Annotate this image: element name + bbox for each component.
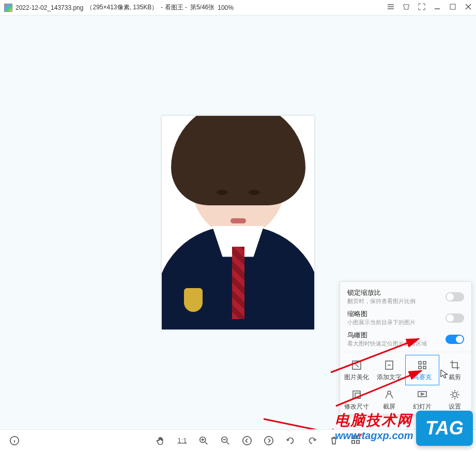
zoom-in-icon[interactable] bbox=[198, 435, 209, 446]
watermark-url: www.tagxp.com bbox=[335, 430, 413, 442]
tool-label: 图片美化 bbox=[344, 373, 369, 382]
tool-resize[interactable]: 修改尺寸 bbox=[340, 385, 373, 414]
maximize-icon[interactable] bbox=[449, 3, 456, 12]
tool-label: 添加文字 bbox=[377, 373, 402, 382]
tool-screenshot[interactable]: 截屏 bbox=[373, 385, 406, 414]
svg-rect-5 bbox=[419, 366, 421, 369]
tool-label: 设置 bbox=[449, 402, 461, 411]
zoom-out-icon[interactable] bbox=[220, 435, 231, 446]
switch-icon[interactable] bbox=[446, 335, 464, 344]
toggle-title: 鸟瞰图 bbox=[347, 330, 427, 340]
svg-rect-10 bbox=[418, 392, 426, 397]
toggle-birdview[interactable]: 鸟瞰图 看大图时快速定位图片查看区域 bbox=[340, 327, 471, 349]
toggle-subtitle: 看大图时快速定位图片查看区域 bbox=[347, 340, 427, 348]
app-icon bbox=[4, 4, 12, 12]
tool-mosaic[interactable]: 马赛克 bbox=[405, 355, 439, 385]
tools-grid: 图片美化 添加文字 马赛克 裁剪 修改尺寸 截屏 幻灯片 设置 bbox=[340, 355, 471, 414]
tool-slideshow[interactable]: 幻灯片 bbox=[406, 385, 439, 414]
toggle-title: 锁定缩放比 bbox=[347, 288, 416, 297]
tools-popup-panel: 锁定缩放比 翻页时，保持查看图片比例 缩略图 小图展示当前目录下的图片 鸟瞰图 … bbox=[340, 281, 472, 415]
prev-icon[interactable] bbox=[242, 435, 252, 446]
tshirt-icon[interactable] bbox=[403, 3, 410, 12]
title-position: 第5/46张 bbox=[190, 3, 214, 12]
title-bar: 2022-12-02_143733.png （295×413像素, 135KB）… bbox=[0, 0, 476, 16]
tool-label: 裁剪 bbox=[449, 373, 461, 382]
fullscreen-icon[interactable] bbox=[418, 3, 425, 12]
title-zoom: 100% bbox=[218, 4, 234, 11]
svg-point-11 bbox=[453, 393, 457, 397]
toggle-subtitle: 小图展示当前目录下的图片 bbox=[347, 319, 416, 326]
tool-label: 幻灯片 bbox=[413, 402, 432, 411]
tool-label: 截屏 bbox=[383, 402, 395, 411]
rotate-right-icon[interactable] bbox=[307, 435, 317, 446]
hand-icon[interactable] bbox=[156, 435, 166, 446]
toggle-subtitle: 翻页时，保持查看图片比例 bbox=[347, 297, 416, 305]
tool-add-text[interactable]: 添加文字 bbox=[373, 355, 406, 385]
toggle-thumbnails[interactable]: 缩略图 小图展示当前目录下的图片 bbox=[340, 306, 471, 327]
svg-rect-4 bbox=[423, 362, 426, 364]
title-dimensions: （295×413像素, 135KB） bbox=[86, 3, 158, 12]
tool-beautify[interactable]: 图片美化 bbox=[340, 355, 373, 385]
zoom-ratio-button[interactable]: 1:1 bbox=[177, 437, 187, 444]
tool-label: 马赛克 bbox=[413, 373, 432, 382]
minimize-icon[interactable] bbox=[434, 3, 441, 12]
window-controls bbox=[387, 3, 472, 12]
svg-point-16 bbox=[264, 436, 272, 444]
title-app: - 看图王 - bbox=[161, 3, 187, 12]
svg-rect-3 bbox=[419, 362, 421, 364]
svg-rect-8 bbox=[355, 393, 360, 398]
next-icon[interactable] bbox=[264, 435, 274, 446]
title-left: 2022-12-02_143733.png （295×413像素, 135KB）… bbox=[4, 3, 234, 12]
info-icon[interactable] bbox=[9, 435, 20, 446]
tool-settings[interactable]: 设置 bbox=[439, 385, 472, 414]
cursor-icon bbox=[440, 369, 449, 380]
close-icon[interactable] bbox=[465, 3, 472, 12]
toggle-lock-zoom[interactable]: 锁定缩放比 翻页时，保持查看图片比例 bbox=[340, 285, 471, 306]
watermark-tag: TAG bbox=[416, 411, 473, 446]
switch-icon[interactable] bbox=[446, 313, 464, 323]
svg-rect-7 bbox=[353, 391, 360, 398]
svg-point-9 bbox=[388, 391, 391, 394]
menu-icon[interactable] bbox=[387, 3, 394, 12]
svg-rect-6 bbox=[423, 366, 426, 369]
title-filename: 2022-12-02_143733.png bbox=[16, 4, 83, 11]
displayed-image bbox=[162, 116, 314, 329]
rotate-left-icon[interactable] bbox=[285, 435, 296, 446]
svg-point-15 bbox=[242, 436, 251, 444]
svg-rect-0 bbox=[450, 4, 455, 9]
tool-label: 修改尺寸 bbox=[344, 402, 369, 411]
switch-icon[interactable] bbox=[446, 292, 464, 302]
toggle-title: 缩略图 bbox=[347, 309, 416, 319]
watermark-text: 电脑技术网 bbox=[335, 411, 412, 430]
